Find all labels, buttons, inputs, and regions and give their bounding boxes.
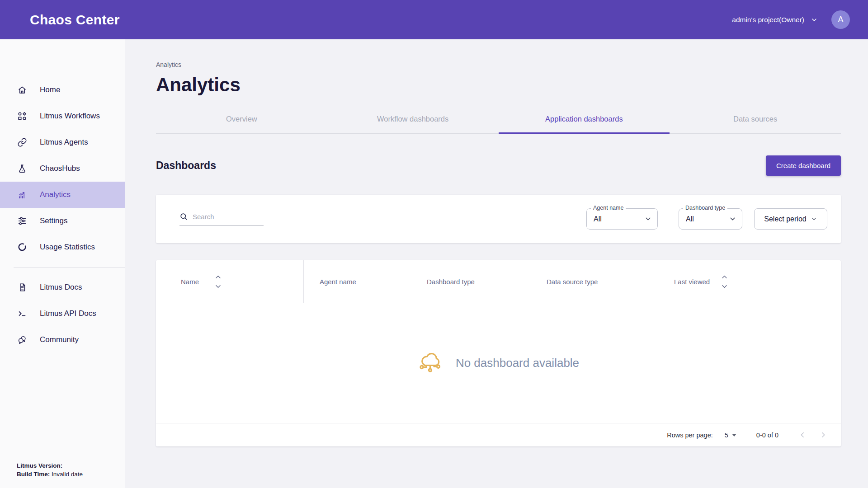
dashboard-type-select[interactable]: Dashboard type All xyxy=(679,208,742,230)
app-header: Chaos Center admin's project(Owner) A xyxy=(0,0,868,39)
column-header-agent-name: Agent name xyxy=(320,260,356,303)
app-title: Chaos Center xyxy=(30,12,120,28)
column-label: Name xyxy=(181,278,199,286)
usage-icon xyxy=(17,242,28,253)
agent-name-select-label: Agent name xyxy=(591,205,626,211)
tab-data-sources[interactable]: Data sources xyxy=(670,111,841,133)
sidebar-item-label: Community xyxy=(40,335,79,344)
sliders-icon xyxy=(17,216,28,226)
search-input[interactable] xyxy=(193,213,264,221)
sort-descending-icon[interactable] xyxy=(722,285,727,289)
empty-state-message: No dashboard available xyxy=(456,356,579,370)
avatar-initial: A xyxy=(838,15,843,24)
analytics-icon xyxy=(17,189,28,200)
build-time-label: Build Time: xyxy=(17,471,50,478)
sidebar-item-label: Litmus Docs xyxy=(40,283,82,292)
sidebar-item-label: Analytics xyxy=(40,190,71,199)
sidebar-item-settings[interactable]: Settings xyxy=(0,208,125,234)
column-divider xyxy=(303,260,304,303)
section-header: Dashboards Create dashboard xyxy=(156,155,841,176)
table-header-row: Name Agent name Dashboard type Data sou xyxy=(156,260,841,303)
pagination-range: 0-0 of 0 xyxy=(756,432,778,439)
tab-application-dashboards[interactable]: Application dashboards xyxy=(499,111,670,133)
version-info: Litmus Version: Build Time: Invalid date xyxy=(17,461,83,479)
tab-label: Data sources xyxy=(733,115,777,123)
cloud-network-icon xyxy=(418,351,442,375)
column-header-data-source-type: Data source type xyxy=(547,260,598,303)
workflows-icon xyxy=(17,111,28,122)
project-selector-label: admin's project(Owner) xyxy=(732,16,804,24)
sidebar-item-label: Home xyxy=(40,85,60,94)
tab-label: Workflow dashboards xyxy=(377,115,448,123)
search-field xyxy=(179,212,264,225)
build-time-value: Invalid date xyxy=(52,471,83,478)
sidebar-item-litmus-api-docs[interactable]: Litmus API Docs xyxy=(0,300,125,327)
sidebar-item-label: ChaosHubs xyxy=(40,164,80,173)
create-dashboard-button[interactable]: Create dashboard xyxy=(766,155,841,176)
select-period-button[interactable]: Select period xyxy=(754,208,827,230)
link-icon xyxy=(17,137,28,148)
rows-per-page-label: Rows per page: xyxy=(667,432,713,439)
dashboards-table: Name Agent name Dashboard type Data sou xyxy=(156,260,841,446)
sidebar-item-label: Settings xyxy=(40,216,67,225)
home-icon xyxy=(17,84,28,95)
sidebar-item-label: Litmus API Docs xyxy=(40,309,96,318)
column-label: Data source type xyxy=(547,278,598,286)
sidebar-item-analytics[interactable]: Analytics xyxy=(0,182,125,208)
breadcrumb[interactable]: Analytics xyxy=(156,61,841,68)
tab-bar: Overview Workflow dashboards Application… xyxy=(156,111,841,134)
column-label: Last viewed xyxy=(674,278,710,286)
tab-overview[interactable]: Overview xyxy=(156,111,327,133)
agent-name-select[interactable]: Agent name All xyxy=(586,208,658,230)
avatar[interactable]: A xyxy=(831,10,850,29)
tab-label: Application dashboards xyxy=(545,115,623,123)
sort-arrows xyxy=(215,275,221,289)
column-header-dashboard-type: Dashboard type xyxy=(427,260,475,303)
column-label: Agent name xyxy=(320,278,356,286)
tab-workflow-dashboards[interactable]: Workflow dashboards xyxy=(327,111,499,133)
sidebar: Home Litmus Workflows Litmus Agents Chao… xyxy=(0,39,125,488)
document-icon xyxy=(17,282,28,293)
search-icon xyxy=(179,212,188,221)
dashboard-type-select-label: Dashboard type xyxy=(683,205,727,211)
sort-descending-icon[interactable] xyxy=(215,285,221,289)
version-label: Litmus Version: xyxy=(17,462,62,469)
sort-arrows xyxy=(722,275,727,289)
filter-bar: Agent name All Dashboard type All Select… xyxy=(156,195,841,243)
column-header-name: Name xyxy=(181,260,221,303)
dropdown-arrow-icon xyxy=(732,434,736,436)
column-label: Dashboard type xyxy=(427,278,475,286)
chevron-down-icon xyxy=(811,216,817,222)
previous-page-icon[interactable] xyxy=(798,431,807,439)
active-tab-indicator xyxy=(499,132,670,134)
sidebar-item-litmus-docs[interactable]: Litmus Docs xyxy=(0,274,125,300)
sidebar-item-usage-statistics[interactable]: Usage Statistics xyxy=(0,234,125,260)
rows-per-page-select[interactable]: 5 xyxy=(725,432,736,439)
section-title: Dashboards xyxy=(156,160,216,172)
tab-label: Overview xyxy=(226,115,257,123)
empty-state: No dashboard available xyxy=(156,303,841,423)
sidebar-item-chaoshubs[interactable]: ChaosHubs xyxy=(0,155,125,182)
chevron-down-icon xyxy=(811,16,818,23)
next-page-icon[interactable] xyxy=(819,431,827,439)
project-selector-dropdown[interactable]: admin's project(Owner) xyxy=(732,16,818,24)
sidebar-item-label: Usage Statistics xyxy=(40,243,95,252)
sidebar-item-community[interactable]: Community xyxy=(0,327,125,353)
rows-per-page-value: 5 xyxy=(725,432,728,439)
pagination-bar: Rows per page: 5 0-0 of 0 xyxy=(156,423,841,446)
agent-name-select-value: All xyxy=(594,215,602,223)
sort-ascending-icon[interactable] xyxy=(215,275,221,279)
chevron-down-icon xyxy=(644,215,652,223)
column-header-last-viewed: Last viewed xyxy=(674,260,727,303)
sidebar-item-litmus-agents[interactable]: Litmus Agents xyxy=(0,129,125,155)
dashboard-type-select-value: All xyxy=(686,215,694,223)
chevron-down-icon xyxy=(729,215,736,223)
sidebar-item-label: Litmus Workflows xyxy=(40,112,100,121)
sidebar-item-label: Litmus Agents xyxy=(40,138,88,147)
sidebar-item-home[interactable]: Home xyxy=(0,77,125,103)
sort-ascending-icon[interactable] xyxy=(722,275,727,279)
sidebar-item-litmus-workflows[interactable]: Litmus Workflows xyxy=(0,103,125,129)
select-period-label: Select period xyxy=(764,215,806,223)
chat-bubbles-icon xyxy=(17,334,28,345)
terminal-icon xyxy=(17,308,28,319)
